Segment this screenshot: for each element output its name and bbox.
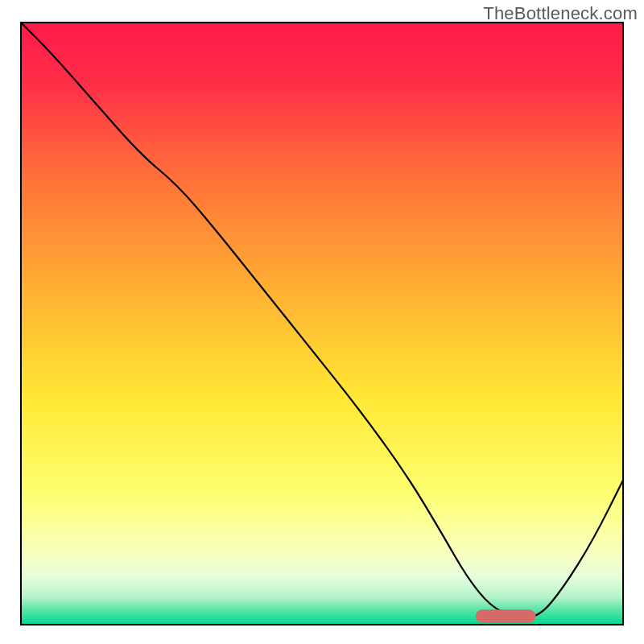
bottleneck-chart bbox=[0, 0, 644, 644]
plot-background bbox=[21, 23, 623, 625]
chart-container: TheBottleneck.com bbox=[0, 0, 644, 644]
optimal-zone-marker bbox=[476, 609, 536, 622]
watermark-text: TheBottleneck.com bbox=[483, 3, 638, 24]
